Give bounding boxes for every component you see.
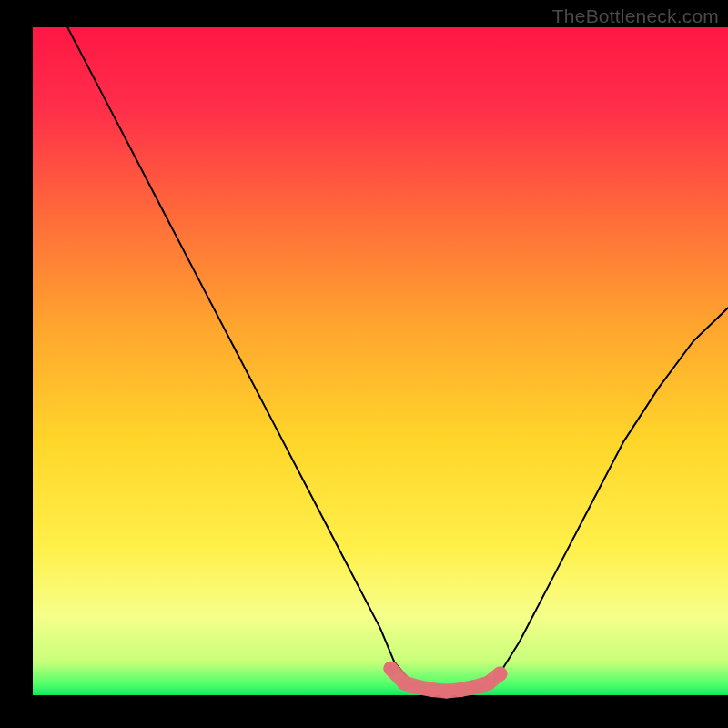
minimum-point [467,680,481,694]
minimum-point [492,667,507,682]
minimum-point [411,680,426,694]
plot-area [33,27,728,695]
minimum-point [383,662,398,676]
minimum-point [398,676,412,691]
minimum-point [453,682,468,697]
minimum-point [425,682,440,697]
minimum-point [480,676,495,691]
minimum-point [440,684,454,699]
chart-svg [0,0,728,728]
bottleneck-chart: TheBottleneck.com [0,0,728,728]
